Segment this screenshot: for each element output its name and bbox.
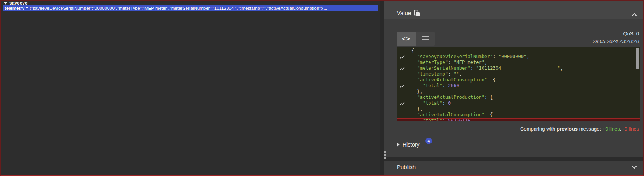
collapse-chevron-icon[interactable] [631,11,637,18]
code-line: "activeActualProduction": { [397,95,640,100]
code-line-removed: "total": 56256716 [397,118,640,121]
list-icon [422,35,429,42]
topic-tree-panel: saveeye telemetry = {"saveeyeDeviceSeria… [0,0,384,176]
code-line: "activeActualConsumption": { [397,77,640,83]
code-line: "activeTotalConsumption": { [397,112,640,118]
publish-section-title: Publish [397,164,416,170]
list-view-toggle-button[interactable] [416,32,435,46]
value-section-header[interactable] [384,1,643,19]
panel-splitter[interactable] [380,0,384,176]
diff-removed-count: -9 lines [623,126,639,132]
expand-triangle-icon [397,143,400,147]
qos-label: QoS: 0 [623,31,639,36]
topic-message-preview: = {"saveeyeDeviceSerialNumber":"00000000… [24,6,327,10]
mqtt-explorer-window: saveeye telemetry = {"saveeyeDeviceSeria… [0,0,644,176]
value-section-title: Value [397,10,411,16]
history-label: History [403,141,420,148]
publish-section[interactable]: Publish [384,161,643,176]
code-line: }, [397,106,640,112]
json-code-view: { "saveeyeDeviceSerialNumber": "00000000… [397,47,640,121]
view-toggle-group: <> [397,32,435,46]
diff-added-count: +9 lines [602,126,620,132]
code-line: "saveeyeDeviceSerialNumber": "00000000", [397,54,640,60]
code-line: "total": 2660 [397,83,640,89]
copy-icon[interactable] [414,10,420,18]
history-section-toggle[interactable]: History [397,141,420,148]
splitter-drag-handle-icon[interactable] [384,151,387,159]
topic-message-telemetry[interactable]: telemetry = {"saveeyeDeviceSerialNumber"… [3,5,378,11]
code-icon: <> [402,35,410,42]
expand-chevron-icon[interactable] [631,164,637,171]
tree-collapse-icon [4,2,7,5]
code-line: { [397,48,640,54]
code-line: "timestamp": "", [397,71,640,77]
value-section: Value <> QoS: 0 29.05.2024 23:20:20 [384,1,643,157]
topic-name: telemetry [5,6,24,10]
code-line: "total": 0 [397,100,640,106]
detail-panel: Value <> QoS: 0 29.05.2024 23:20:20 [384,0,644,176]
code-line: "meterType": "MEP meter", [397,60,640,66]
code-line: "meterSerialNumber": "10112304 ", [397,66,640,71]
message-timestamp: 29.05.2024 23:20:20 [593,38,639,44]
code-view-toggle-button[interactable]: <> [397,32,416,46]
diff-summary: Comparing with previous message: +9 line… [520,126,639,132]
history-count-badge: 4 [425,138,432,144]
code-line: }, [397,89,640,95]
